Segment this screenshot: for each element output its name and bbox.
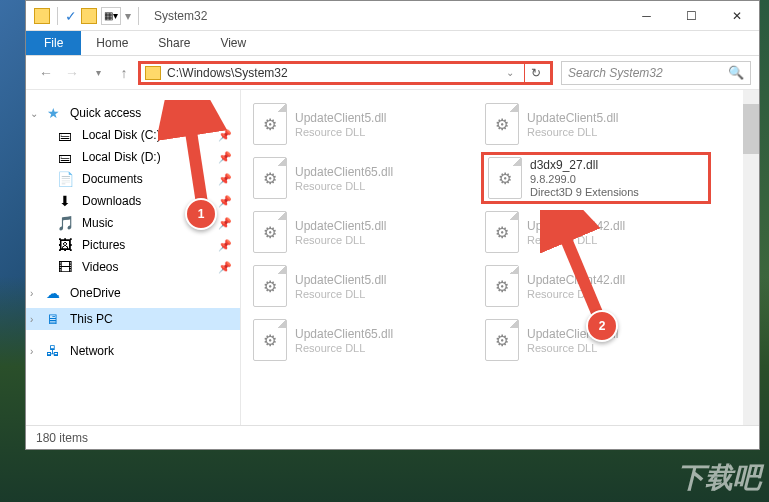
chevron-right-icon[interactable]: ›	[30, 314, 33, 325]
file-item[interactable]: ⚙UpdateClient5.dllResource DLL	[481, 98, 711, 150]
file-name: UpdateClient5.dll	[527, 327, 618, 341]
scrollbar-thumb[interactable]	[743, 104, 759, 154]
nav-item[interactable]: 🖼Pictures📌	[26, 234, 240, 256]
address-bar[interactable]: C:\Windows\System32 ⌄ ↻	[138, 61, 553, 85]
file-name: UpdateClient5.dll	[295, 219, 386, 233]
nav-item[interactable]: 🎞Videos📌	[26, 256, 240, 278]
ribbon-view-tab[interactable]: View	[205, 31, 261, 55]
drive-icon: ⬇	[56, 193, 74, 209]
file-item[interactable]: ⚙UpdateClient65.dllResource DLL	[249, 152, 479, 204]
qat-view-button[interactable]: ▦▾	[101, 7, 121, 25]
gear-icon: ⚙	[495, 331, 509, 350]
minimize-button[interactable]: ─	[624, 1, 669, 31]
navigation-pane: ⌄ ★ Quick access 🖴Local Disk (C:)📌🖴Local…	[26, 90, 241, 425]
ribbon-share-tab[interactable]: Share	[143, 31, 205, 55]
file-description: Resource DLL	[527, 234, 625, 246]
file-name: UpdateClient65.dll	[295, 165, 393, 179]
recent-chevron-icon[interactable]: ▾	[86, 61, 110, 85]
content-area: ⚙UpdateClient5.dllResource DLL⚙UpdateCli…	[241, 90, 759, 425]
dll-file-icon: ⚙	[253, 265, 287, 307]
drive-icon: 🖴	[56, 127, 74, 143]
dll-file-icon: ⚙	[485, 265, 519, 307]
nav-item[interactable]: 📄Documents📌	[26, 168, 240, 190]
dll-file-icon: ⚙	[485, 319, 519, 361]
file-name: d3dx9_27.dll	[530, 158, 639, 172]
drive-icon: 🎵	[56, 215, 74, 231]
file-description: Resource DLL	[527, 288, 625, 300]
file-item[interactable]: ⚙UpdateClient42.dllResource DLL	[481, 206, 711, 258]
file-description: Direct3D 9 Extensions	[530, 186, 639, 198]
nav-quick-access[interactable]: ⌄ ★ Quick access	[26, 102, 240, 124]
ribbon-file-tab[interactable]: File	[26, 31, 81, 55]
file-item[interactable]: ⚙UpdateClient42.dllResource DLL	[481, 260, 711, 312]
dll-file-icon: ⚙	[253, 103, 287, 145]
ribbon-home-tab[interactable]: Home	[81, 31, 143, 55]
drive-icon: 🖴	[56, 149, 74, 165]
cloud-icon: ☁	[44, 285, 62, 301]
file-name: UpdateClient5.dll	[295, 111, 386, 125]
file-name: UpdateClient42.dll	[527, 273, 625, 287]
chevron-down-icon[interactable]: ⌄	[30, 108, 38, 119]
scrollbar[interactable]	[743, 90, 759, 425]
navbar: ← → ▾ ↑ C:\Windows\System32 ⌄ ↻ Search S…	[26, 56, 759, 90]
explorer-window: ✓ ▦▾ ▾ System32 ─ ☐ ✕ File Home Share Vi…	[25, 0, 760, 450]
gear-icon: ⚙	[498, 169, 512, 188]
gear-icon: ⚙	[263, 223, 277, 242]
forward-button[interactable]: →	[60, 61, 84, 85]
pin-icon[interactable]: 📌	[218, 239, 232, 252]
nav-item[interactable]: 🖴Local Disk (D:)📌	[26, 146, 240, 168]
search-box[interactable]: Search System32 🔍	[561, 61, 751, 85]
file-item[interactable]: ⚙UpdateClient5.dllResource DLL	[249, 98, 479, 150]
file-item[interactable]: ⚙UpdateClient5.dllResource DLL	[249, 260, 479, 312]
network-icon: 🖧	[44, 343, 62, 359]
nav-onedrive[interactable]: › ☁ OneDrive	[26, 282, 240, 304]
dll-file-icon: ⚙	[253, 211, 287, 253]
pin-icon[interactable]: 📌	[218, 151, 232, 164]
file-name: UpdateClient65.dll	[295, 327, 393, 341]
star-icon: ★	[44, 105, 62, 121]
pin-icon[interactable]: 📌	[218, 261, 232, 274]
file-description: Resource DLL	[295, 126, 386, 138]
dll-file-icon: ⚙	[253, 157, 287, 199]
file-name: UpdateClient42.dll	[527, 219, 625, 233]
drive-icon: 🖼	[56, 237, 74, 253]
back-button[interactable]: ←	[34, 61, 58, 85]
close-button[interactable]: ✕	[714, 1, 759, 31]
window-title: System32	[154, 9, 207, 23]
qat-check-icon[interactable]: ✓	[65, 8, 77, 24]
qat-folder-icon[interactable]	[81, 8, 97, 24]
qat-chevron-icon[interactable]: ▾	[125, 9, 131, 23]
pin-icon[interactable]: 📌	[218, 129, 232, 142]
pin-icon[interactable]: 📌	[218, 217, 232, 230]
maximize-button[interactable]: ☐	[669, 1, 714, 31]
search-placeholder: Search System32	[568, 66, 728, 80]
file-description: Resource DLL	[527, 342, 618, 354]
up-button[interactable]: ↑	[112, 61, 136, 85]
address-chevron-icon[interactable]: ⌄	[502, 67, 518, 78]
nav-network[interactable]: › 🖧 Network	[26, 340, 240, 362]
file-item[interactable]: ⚙UpdateClient5.dllResource DLL	[481, 314, 711, 366]
file-item[interactable]: ⚙UpdateClient5.dllResource DLL	[249, 206, 479, 258]
pin-icon[interactable]: 📌	[218, 173, 232, 186]
file-name: UpdateClient5.dll	[295, 273, 386, 287]
chevron-right-icon[interactable]: ›	[30, 346, 33, 357]
nav-item[interactable]: ⬇Downloads📌	[26, 190, 240, 212]
dll-file-icon: ⚙	[485, 103, 519, 145]
pin-icon[interactable]: 📌	[218, 195, 232, 208]
file-description: Resource DLL	[295, 234, 386, 246]
nav-this-pc[interactable]: › 🖥 This PC	[26, 308, 240, 330]
refresh-button[interactable]: ↻	[524, 62, 546, 84]
dll-file-icon: ⚙	[488, 157, 522, 199]
chevron-right-icon[interactable]: ›	[30, 288, 33, 299]
gear-icon: ⚙	[263, 169, 277, 188]
search-icon[interactable]: 🔍	[728, 65, 744, 80]
file-description: Resource DLL	[295, 288, 386, 300]
gear-icon: ⚙	[263, 331, 277, 350]
address-folder-icon	[145, 66, 161, 80]
address-text[interactable]: C:\Windows\System32	[167, 66, 496, 80]
nav-item[interactable]: 🖴Local Disk (C:)📌	[26, 124, 240, 146]
file-description: Resource DLL	[295, 180, 393, 192]
file-item[interactable]: ⚙d3dx9_27.dll9.8.299.0Direct3D 9 Extensi…	[481, 152, 711, 204]
file-item[interactable]: ⚙UpdateClient65.dllResource DLL	[249, 314, 479, 366]
nav-item[interactable]: 🎵Music📌	[26, 212, 240, 234]
